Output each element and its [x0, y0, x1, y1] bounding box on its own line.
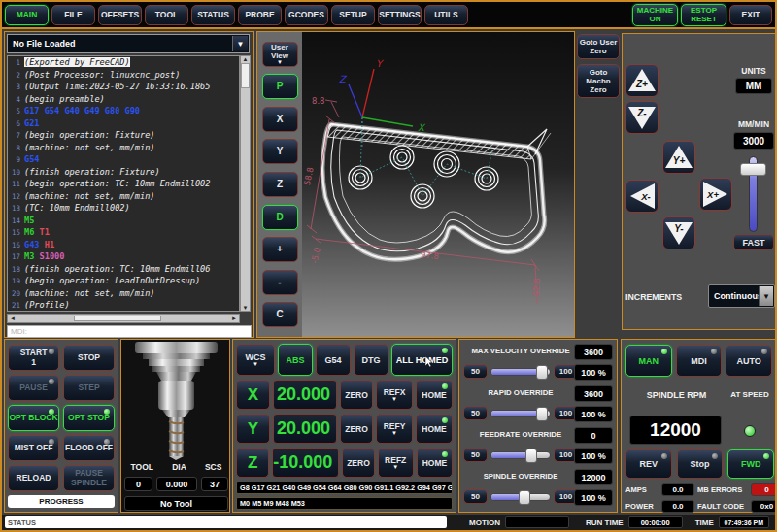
view-dimensions-button[interactable]: D [262, 205, 298, 230]
home-y-button[interactable]: HOME [416, 414, 453, 444]
view-p-button[interactable]: P [262, 74, 298, 99]
zoom-in-button[interactable]: + [262, 237, 298, 262]
gcode-line[interactable]: 3(Output Time:2023-05-27 16:33:16.1865 [8, 81, 239, 93]
spindle-stop-button[interactable]: Stop [677, 449, 724, 479]
all-homed-button[interactable]: ALL HOMED [391, 344, 453, 376]
max-velocity-slider-handle[interactable] [536, 365, 548, 380]
spindle-fwd-button[interactable]: FWD [727, 449, 774, 479]
tab-utils[interactable]: UTILS [424, 5, 468, 25]
view-z-button[interactable]: Z [262, 172, 298, 197]
wcs-button[interactable]: WCS▼ [236, 344, 275, 376]
spindle-slider[interactable] [490, 493, 551, 501]
goto-user-zero-button[interactable]: Goto User Zero [577, 34, 620, 59]
tab-offsets[interactable]: OFFSETS [98, 5, 142, 25]
jog-x-plus-button[interactable]: X+ [699, 178, 732, 211]
max-velocity-min-button[interactable]: 50 [463, 364, 488, 379]
mist-button[interactable]: MIST OFF [8, 435, 59, 461]
ref-z-button[interactable]: REFZ▼ [378, 448, 414, 478]
scroll-thumb-h[interactable] [74, 316, 161, 321]
scroll-left-icon[interactable]: ◄ [10, 316, 16, 321]
gcode-line[interactable]: 21(Profile) [8, 299, 239, 312]
zero-y-button[interactable]: ZERO [340, 414, 373, 444]
opt-stop-button[interactable]: OPT STOP [63, 405, 115, 431]
scroll-up-icon[interactable]: ▲ [243, 56, 249, 62]
ref-x-button[interactable]: REFX▼ [376, 380, 413, 410]
spindle-min-button[interactable]: 50 [463, 489, 488, 504]
rapid-slider-handle[interactable] [536, 407, 548, 421]
home-z-button[interactable]: HOME [417, 448, 453, 478]
flood-button[interactable]: FLOOD OFF [63, 435, 115, 461]
gcode-line[interactable]: 20(machine: not set, mm/min) [8, 287, 239, 300]
tab-status[interactable]: STATUS [191, 5, 235, 25]
machine-on-button[interactable]: MACHINE ON [632, 4, 678, 26]
tab-probe[interactable]: PROBE [238, 5, 282, 25]
spindle-rev-button[interactable]: REV [625, 449, 672, 479]
jog-z-plus-button[interactable]: Z+ [625, 64, 659, 97]
gcode-line[interactable]: 11(begin operation: TC: 10mm Endmill002 [8, 178, 239, 190]
fast-button[interactable]: FAST [733, 234, 774, 250]
auto-mode-button[interactable]: AUTO [726, 345, 772, 377]
gcode-line[interactable]: 17M3 S1000 [8, 250, 239, 263]
abs-button[interactable]: ABS [278, 344, 313, 376]
file-combo-arrow-icon[interactable]: ▼ [232, 36, 248, 51]
jog-y-plus-button[interactable]: Y+ [662, 141, 695, 174]
spindle-slider-handle[interactable] [519, 490, 530, 505]
zero-x-button[interactable]: ZERO [340, 380, 373, 410]
axis-y-button[interactable]: Y [236, 414, 270, 444]
gcode-editor[interactable]: 1(Exported by FreeCAD)2(Post Processor: … [7, 55, 240, 312]
feedrate-slider[interactable] [490, 451, 551, 459]
view-x-button[interactable]: X [262, 107, 298, 132]
gcode-line[interactable]: 1(Exported by FreeCAD) [8, 56, 239, 69]
zoom-out-button[interactable]: - [262, 270, 298, 295]
jog-x-minus-button[interactable]: X- [625, 180, 659, 213]
rapid-slider[interactable] [490, 410, 551, 417]
gcode-horizontal-scrollbar[interactable]: ◄ ► [7, 314, 240, 323]
feedrate-min-button[interactable]: 50 [463, 448, 488, 462]
scroll-thumb[interactable] [241, 63, 250, 88]
ref-y-button[interactable]: REFY▼ [376, 414, 413, 444]
max-velocity-slider[interactable] [490, 368, 551, 376]
gcode-line[interactable]: 10(finish operation: Fixture) [8, 166, 239, 179]
scroll-right-icon[interactable]: ► [231, 316, 237, 321]
cycle-stop-button[interactable]: STOP [63, 345, 115, 371]
jog-speed-slider-handle[interactable] [740, 163, 766, 176]
reload-button[interactable]: RELOAD [8, 465, 59, 491]
gcode-line[interactable]: 9G54 [8, 153, 239, 166]
scroll-down-icon[interactable]: ▼ [243, 305, 249, 311]
clear-view-button[interactable]: C [262, 302, 298, 327]
user-view-button[interactable]: User View▼ [262, 42, 298, 67]
pause-spindle-button[interactable]: PAUSE SPINDLE [63, 465, 115, 491]
gcode-line[interactable]: 18(finish operation: TC: 10mm Endmill06 [8, 263, 239, 276]
dtg-button[interactable]: DTG [354, 344, 388, 376]
g54-button[interactable]: G54 [316, 344, 351, 376]
jog-z-minus-button[interactable]: Z- [625, 101, 659, 134]
zero-z-button[interactable]: ZERO [342, 448, 374, 478]
gcode-vertical-scrollbar[interactable]: ▲ ▼ [240, 55, 251, 312]
mdi-input[interactable] [7, 325, 252, 338]
rapid-min-button[interactable]: 50 [463, 406, 488, 420]
gcode-line[interactable]: 16G43 H1 [8, 239, 239, 251]
gcode-line[interactable]: 8(machine: not set, mm/min) [8, 142, 239, 154]
gcode-line[interactable]: 4(begin preamble) [8, 93, 239, 106]
gcode-line[interactable]: 19(begin operation: LeadInOutDressup) [8, 275, 239, 287]
pause-button[interactable]: PAUSE [8, 375, 59, 401]
cycle-start-button[interactable]: START1 [8, 345, 59, 371]
toolpath-preview[interactable]: Y Z X 8.8 58.8 -5.0 97.8 92.8 [302, 32, 574, 337]
opt-block-button[interactable]: OPT BLOCK [8, 405, 59, 431]
tab-gcodes[interactable]: GCODES [285, 5, 328, 25]
estop-reset-button[interactable]: ESTOP RESET [681, 4, 726, 26]
gcode-line[interactable]: 7(begin operation: Fixture) [8, 129, 239, 142]
tab-tool[interactable]: TOOL [145, 5, 188, 25]
increments-dropdown[interactable]: Continuous ▼ [708, 284, 775, 308]
home-x-button[interactable]: HOME [416, 380, 453, 410]
gcode-line[interactable]: 14M5 [8, 215, 239, 227]
feedrate-slider-handle[interactable] [525, 449, 537, 463]
man-mode-button[interactable]: MAN [625, 345, 672, 377]
gcode-line[interactable]: 13(TC: 10mm Endmill002) [8, 202, 239, 215]
axis-x-button[interactable]: X [236, 380, 270, 410]
gcode-line[interactable]: 6G21 [8, 117, 239, 130]
tab-main[interactable]: MAIN [5, 5, 49, 25]
tab-file[interactable]: FILE [51, 5, 95, 25]
jog-y-minus-button[interactable]: Y- [662, 216, 695, 249]
gcode-line[interactable]: 15M6 T1 [8, 226, 239, 239]
